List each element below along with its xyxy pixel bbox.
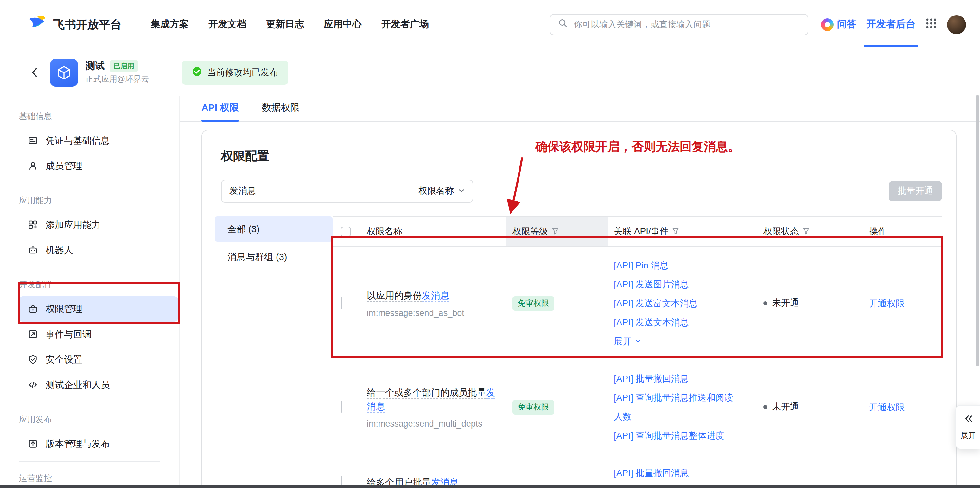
status-dot-icon: [764, 405, 767, 409]
double-chevron-left-icon: [963, 414, 974, 426]
permission-search[interactable]: 权限名称: [221, 180, 473, 203]
scrollbar-thumb[interactable]: [975, 95, 979, 366]
row-checkbox[interactable]: [341, 401, 342, 413]
table-area: 全部 (3) 消息与群组 (3) 权限名称 权限等级 关联 API/事件: [215, 217, 942, 488]
search-field-label: 权限名称: [418, 185, 454, 197]
shield-check-icon: [28, 355, 38, 364]
batch-approve-button[interactable]: 批量开通: [889, 181, 942, 201]
sidebar-item-security[interactable]: 安全设置: [19, 347, 178, 372]
user-avatar[interactable]: [947, 15, 966, 34]
permission-name-link[interactable]: 发消息: [422, 290, 449, 301]
sidebar-section-dev-config: 开发配置: [0, 273, 179, 296]
global-search[interactable]: [550, 14, 808, 35]
api-link[interactable]: [API] 批量撤回消息: [614, 463, 741, 482]
global-search-input[interactable]: [572, 19, 800, 30]
filter-funnel-icon[interactable]: [803, 227, 810, 237]
toolbar: 权限名称 批量开通: [221, 180, 942, 203]
table-header-row: 权限名称 权限等级 关联 API/事件: [332, 217, 942, 247]
api-link[interactable]: [API] Pin 消息: [614, 256, 741, 275]
sidebar-item-permissions[interactable]: 权限管理: [19, 296, 178, 322]
sidebar-item-add-capability[interactable]: 添加应用能力: [19, 212, 178, 238]
app-meta: 测试 已启用 正式应用@环界云: [86, 60, 149, 85]
chevron-down-icon: [458, 186, 465, 196]
api-link[interactable]: [API] 批量撤回消息: [614, 369, 741, 388]
event-callback-icon: [28, 329, 38, 339]
developer-console-tab[interactable]: 开发者后台: [866, 18, 915, 31]
sidebar-item-version[interactable]: 版本管理与发布: [19, 431, 178, 456]
row-checkbox[interactable]: [341, 297, 342, 309]
permission-tabs: API 权限 数据权限: [180, 96, 980, 122]
sidebar-divider: [19, 461, 160, 462]
status-badge: 未开通: [764, 298, 862, 309]
primary-nav: 集成方案 开发文档 更新日志 应用中心 开发者广场: [151, 18, 429, 30]
sidebar-item-label: 权限管理: [46, 303, 82, 315]
header-permission-status: 权限状态: [757, 217, 862, 246]
back-button[interactable]: [29, 67, 40, 78]
table-row: 给多个用户批量发消息 [API] 批量撤回消息 [API] 查询批量消息推送和阅…: [332, 455, 942, 488]
nav-link-docs[interactable]: 开发文档: [208, 18, 247, 30]
tab-data-permission[interactable]: 数据权限: [262, 102, 300, 121]
open-permission-link[interactable]: 开通权限: [869, 298, 905, 308]
apps-grid-icon[interactable]: [926, 17, 937, 31]
nav-link-changelog[interactable]: 更新日志: [266, 18, 304, 30]
header-action: 操作: [862, 217, 942, 246]
tab-api-permission[interactable]: API 权限: [202, 102, 239, 121]
publish-banner-label: 当前修改均已发布: [207, 67, 278, 78]
qa-link[interactable]: 问答: [821, 18, 856, 31]
page: 飞书开放平台 集成方案 开发文档 更新日志 应用中心 开发者广场 问答 开发者后…: [0, 0, 980, 488]
open-permission-link[interactable]: 开通权限: [869, 402, 905, 412]
permission-code: im:message:send_multi_depts: [367, 419, 497, 428]
robot-icon: [28, 245, 38, 255]
api-link[interactable]: [API] 查询批量消息推送和阅读人数: [614, 388, 741, 426]
qa-label: 问答: [837, 18, 856, 30]
api-link[interactable]: [API] 查询批量消息整体进度: [614, 426, 741, 445]
sidebar-item-events[interactable]: 事件与回调: [19, 322, 178, 347]
nav-link-integration[interactable]: 集成方案: [151, 18, 189, 30]
status-dot-icon: [764, 301, 767, 305]
sidebar-item-label: 添加应用能力: [46, 219, 101, 231]
expand-api-list-link[interactable]: 展开: [614, 332, 641, 351]
top-navbar: 飞书开放平台 集成方案 开发文档 更新日志 应用中心 开发者广场 问答 开发者后…: [0, 0, 980, 49]
version-release-icon: [28, 439, 38, 449]
sidebar-item-label: 凭证与基础信息: [46, 135, 110, 147]
sidebar-section-release: 应用发布: [0, 408, 179, 431]
qa-gradient-icon: [821, 18, 834, 31]
add-capability-icon: [28, 220, 38, 230]
app-icon: [50, 59, 78, 86]
sidebar-item-members[interactable]: 成员管理: [19, 153, 178, 179]
filter-item-all[interactable]: 全部 (3): [215, 217, 332, 242]
brand[interactable]: 飞书开放平台: [28, 14, 122, 34]
sidebar-item-label: 测试企业和人员: [46, 379, 110, 391]
header-related-api: 关联 API/事件: [608, 217, 757, 246]
search-field-selector[interactable]: 权限名称: [410, 181, 473, 202]
permissions-table: 权限名称 权限等级 关联 API/事件: [332, 217, 942, 488]
nav-link-app-center[interactable]: 应用中心: [324, 18, 362, 30]
header-permission-name: 权限名称: [360, 217, 506, 246]
header-permission-level: 权限等级: [506, 217, 608, 246]
nav-link-dev-plaza[interactable]: 开发者广场: [381, 18, 429, 30]
sidebar-item-label: 安全设置: [46, 353, 82, 366]
code-brackets-icon: [28, 380, 38, 390]
api-link[interactable]: [API] 发送图片消息: [614, 275, 741, 294]
member-person-icon: [28, 161, 38, 171]
filter-item-message-group[interactable]: 消息与群组 (3): [215, 244, 332, 269]
window-bottom-edge: [0, 485, 980, 488]
sidebar-item-bot[interactable]: 机器人: [19, 238, 178, 263]
sidebar-item-test-company[interactable]: 测试企业和人员: [19, 372, 178, 398]
expand-side-panel-button[interactable]: 展开: [955, 405, 980, 449]
permission-briefcase-icon: [28, 304, 38, 314]
app-status-badge: 已启用: [110, 60, 138, 72]
chevron-down-icon: [635, 332, 641, 351]
permission-code: im:message:send_as_bot: [367, 308, 497, 318]
select-all-checkbox[interactable]: [341, 227, 351, 237]
related-api-list: [API] 批量撤回消息 [API] 查询批量消息推送和阅读: [608, 463, 757, 488]
api-link[interactable]: [API] 发送文本消息: [614, 313, 741, 332]
permission-search-input[interactable]: [222, 181, 410, 202]
sidebar-divider: [19, 184, 160, 184]
filter-funnel-icon[interactable]: [552, 227, 559, 237]
sidebar-item-credentials[interactable]: 凭证与基础信息: [19, 128, 178, 153]
related-api-list: [API] Pin 消息 [API] 发送图片消息 [API] 发送富文本消息 …: [608, 256, 757, 351]
permission-config-card: 权限配置 权限名称 批量开通 全部 (3) 消息与群组 (3): [202, 130, 956, 488]
filter-funnel-icon[interactable]: [673, 227, 679, 237]
api-link[interactable]: [API] 发送富文本消息: [614, 294, 741, 313]
